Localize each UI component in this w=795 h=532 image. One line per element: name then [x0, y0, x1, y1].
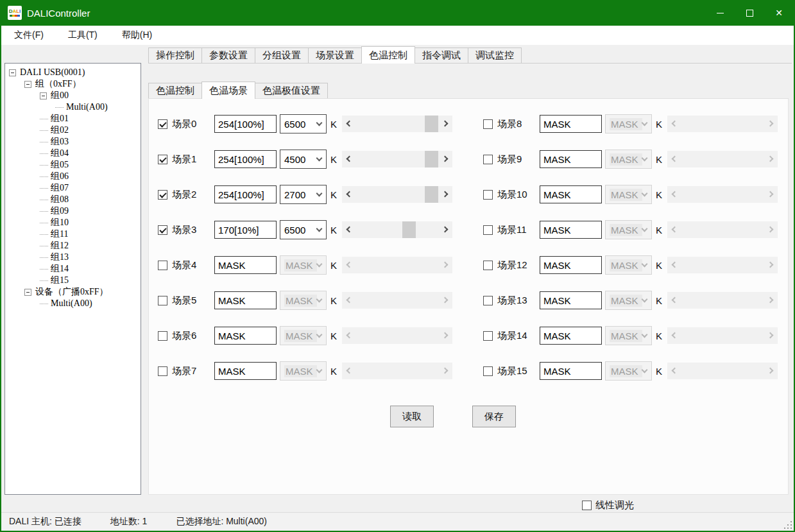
scene-checkbox[interactable] — [158, 225, 167, 235]
read-button[interactable]: 读取 — [390, 406, 434, 427]
scene-level-input[interactable] — [214, 150, 277, 168]
scrollbar-right-arrow-icon[interactable] — [442, 227, 449, 233]
scene-checkbox[interactable] — [483, 331, 493, 341]
color-temp-dropdown[interactable]: 2700 — [280, 185, 327, 204]
color-temp-dropdown[interactable]: 6500 — [280, 220, 327, 239]
main-tab-3[interactable]: 场景设置 — [308, 47, 362, 63]
scrollbar-right-arrow-icon[interactable] — [442, 156, 449, 162]
resize-grip-icon[interactable] — [791, 528, 792, 529]
color-temp-scrollbar[interactable] — [342, 116, 452, 132]
scene-level-input[interactable] — [540, 185, 602, 203]
tree-expander-icon[interactable] — [24, 81, 31, 88]
menu-tools[interactable]: 工具(T) — [60, 27, 105, 44]
tree-item[interactable]: 组02 — [5, 124, 141, 136]
tree-item[interactable]: 组11 — [5, 228, 141, 240]
tree-item[interactable]: Multi(A00) — [5, 298, 141, 309]
scrollbar-right-arrow-icon[interactable] — [442, 121, 449, 127]
scrollbar-thumb[interactable] — [425, 186, 438, 203]
sub-tab-1[interactable]: 色温场景 — [201, 82, 255, 99]
tree-item[interactable]: 组14 — [5, 263, 141, 275]
scrollbar-left-arrow-icon[interactable] — [346, 227, 353, 233]
scrollbar-thumb[interactable] — [402, 221, 416, 238]
tree-expander-icon[interactable] — [24, 289, 31, 296]
tree-item[interactable]: 组05 — [5, 159, 141, 171]
scene-checkbox[interactable] — [158, 119, 167, 129]
main-tab-5[interactable]: 指令调试 — [415, 47, 468, 63]
scene-level-input[interactable] — [214, 185, 277, 203]
tree-item[interactable]: 组01 — [5, 113, 141, 124]
tree-item[interactable]: 组13 — [5, 252, 141, 263]
tree-item[interactable]: 组（0xFF） — [5, 78, 141, 90]
scene-level-input[interactable] — [214, 256, 277, 274]
tree-item[interactable]: 组06 — [5, 171, 141, 182]
scene-level-input[interactable] — [540, 115, 602, 133]
color-temp-dropdown[interactable]: 4500 — [280, 150, 327, 169]
tree-item[interactable]: 组09 — [5, 205, 141, 217]
scrollbar-left-arrow-icon[interactable] — [346, 156, 353, 162]
scene-level-input[interactable] — [214, 221, 277, 239]
scene-checkbox[interactable] — [483, 190, 493, 200]
scene-checkbox[interactable] — [158, 366, 167, 376]
scene-label: 场景3 — [172, 224, 214, 236]
menu-file[interactable]: 文件(F) — [6, 27, 51, 44]
titlebar[interactable]: DALI DALIController ✕ — [1, 0, 794, 26]
color-temp-scrollbar[interactable] — [342, 151, 452, 167]
sub-tab-2[interactable]: 色温极值设置 — [255, 83, 328, 98]
color-temp-scrollbar[interactable] — [342, 186, 452, 203]
scene-checkbox[interactable] — [158, 190, 167, 200]
sub-tab-0[interactable]: 色温控制 — [148, 83, 202, 98]
menu-help[interactable]: 帮助(H) — [114, 27, 160, 44]
scene-level-input[interactable] — [214, 291, 277, 309]
tree-item[interactable]: 组00 — [5, 90, 141, 101]
scene-checkbox[interactable] — [158, 331, 167, 341]
scene-level-input[interactable] — [540, 362, 602, 380]
main-tab-1[interactable]: 参数设置 — [201, 47, 255, 63]
scene-level-input[interactable] — [540, 291, 602, 309]
main-tab-6[interactable]: 调试监控 — [468, 47, 522, 63]
scene-level-input[interactable] — [214, 327, 277, 345]
linear-dim-checkbox[interactable]: 线性调光 — [582, 499, 634, 511]
scene-row: 场景06500K — [158, 114, 452, 133]
scene-checkbox[interactable] — [483, 119, 493, 129]
tree-item[interactable]: 组08 — [5, 194, 141, 205]
tree-item[interactable]: 组10 — [5, 217, 141, 228]
tree-item[interactable]: 组03 — [5, 136, 141, 148]
save-button[interactable]: 保存 — [472, 406, 516, 427]
scene-level-input[interactable] — [540, 327, 602, 345]
tree-item[interactable]: 组12 — [5, 240, 141, 252]
scrollbar-left-arrow-icon[interactable] — [346, 191, 353, 198]
tree-item[interactable]: 组07 — [5, 182, 141, 194]
scene-checkbox[interactable] — [158, 296, 167, 305]
tree-expander-icon[interactable] — [9, 69, 16, 76]
tree-item[interactable]: DALI USB(0001) — [5, 67, 141, 78]
color-temp-dropdown[interactable]: 6500 — [280, 114, 327, 133]
scrollbar-thumb[interactable] — [425, 151, 438, 167]
scene-checkbox[interactable] — [483, 261, 493, 270]
scene-checkbox[interactable] — [158, 155, 167, 164]
main-tab-2[interactable]: 分组设置 — [255, 47, 309, 63]
tree-item[interactable]: 设备（广播0xFF） — [5, 286, 141, 298]
tree-item[interactable]: 组04 — [5, 148, 141, 159]
scrollbar-left-arrow-icon[interactable] — [346, 121, 353, 127]
scene-level-input[interactable] — [214, 362, 277, 380]
scene-checkbox[interactable] — [483, 366, 493, 376]
scene-level-input[interactable] — [540, 256, 602, 274]
scene-level-input[interactable] — [540, 150, 602, 168]
scrollbar-right-arrow-icon[interactable] — [442, 191, 449, 198]
scene-checkbox[interactable] — [483, 225, 493, 235]
main-tab-0[interactable]: 操作控制 — [148, 47, 202, 63]
main-tab-4[interactable]: 色温控制 — [361, 46, 415, 64]
color-temp-scrollbar[interactable] — [342, 221, 452, 238]
scene-checkbox[interactable] — [483, 155, 493, 164]
scene-checkbox[interactable] — [158, 261, 167, 270]
scrollbar-thumb[interactable] — [425, 116, 438, 132]
maximize-button[interactable] — [735, 0, 764, 26]
scene-level-input[interactable] — [540, 221, 602, 239]
close-button[interactable]: ✕ — [764, 0, 794, 26]
minimize-button[interactable] — [705, 0, 735, 26]
tree-item[interactable]: Multi(A00) — [5, 101, 141, 113]
scene-level-input[interactable] — [214, 115, 277, 133]
scene-checkbox[interactable] — [483, 296, 493, 305]
tree-item[interactable]: 组15 — [5, 275, 141, 286]
tree-expander-icon[interactable] — [40, 92, 47, 99]
